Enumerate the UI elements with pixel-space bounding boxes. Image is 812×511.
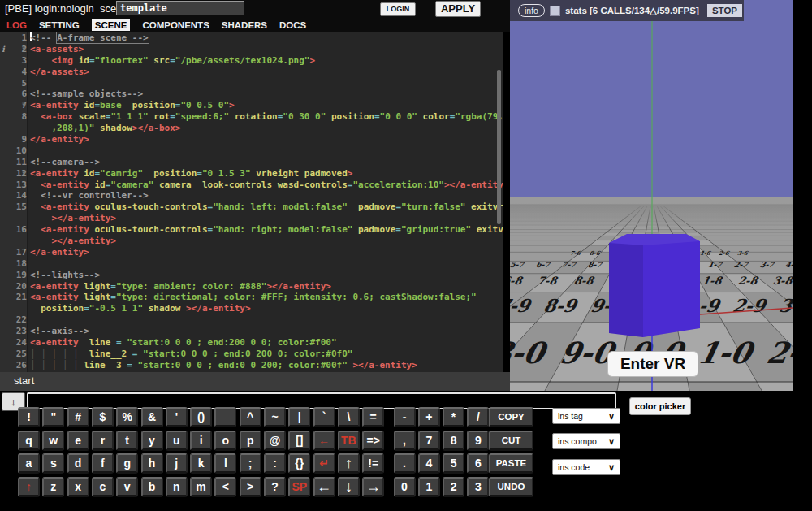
key-1[interactable]: 1 xyxy=(418,477,440,497)
tab-scene[interactable]: SCENE xyxy=(92,19,131,31)
key-h[interactable]: h xyxy=(141,453,163,474)
key--[interactable]: - xyxy=(394,407,416,427)
key-0[interactable]: 0 xyxy=(394,477,416,497)
key-()[interactable]: () xyxy=(190,407,212,427)
key-`[interactable]: ` xyxy=(313,407,335,427)
info-button[interactable]: info xyxy=(518,4,545,17)
key-a[interactable]: a xyxy=(18,453,40,474)
key-%[interactable]: % xyxy=(116,407,138,427)
tab-shaders[interactable]: SHADERS xyxy=(222,20,267,30)
key-v[interactable]: v xyxy=(116,477,138,497)
key-_[interactable]: _ xyxy=(214,407,236,427)
key-"[interactable]: " xyxy=(42,407,64,427)
key-;[interactable]: ; xyxy=(240,453,261,474)
key-#[interactable]: # xyxy=(67,407,89,427)
ins-compo-dropdown[interactable]: ins compo∨ xyxy=(552,433,620,449)
login-button[interactable]: LOGIN xyxy=(380,2,416,16)
key-↵[interactable]: ↵ xyxy=(313,453,335,474)
key-$[interactable]: $ xyxy=(92,407,114,427)
scene-name-input[interactable] xyxy=(116,1,244,15)
editor-scrollbar[interactable] xyxy=(497,70,501,224)
key-.[interactable]: . xyxy=(394,453,416,474)
key-6[interactable]: 6 xyxy=(467,453,489,474)
key-f[interactable]: f xyxy=(92,453,114,474)
key-o[interactable]: o xyxy=(214,431,236,451)
key-n[interactable]: n xyxy=(166,477,188,497)
fold-caret-icon[interactable]: ▼ xyxy=(22,44,26,55)
undo-button[interactable]: UNDO xyxy=(489,477,533,497)
key-&[interactable]: & xyxy=(141,407,163,427)
key-7[interactable]: 7 xyxy=(418,431,440,451)
cut-button[interactable]: CUT xyxy=(489,431,533,451)
key-m[interactable]: m xyxy=(190,477,212,497)
key-d[interactable]: d xyxy=(67,453,89,474)
key-:[interactable]: : xyxy=(264,453,286,474)
key-←[interactable]: ← xyxy=(313,477,335,497)
key-,[interactable]: , xyxy=(394,431,416,451)
key-i[interactable]: i xyxy=(190,431,212,451)
key-/[interactable]: / xyxy=(467,407,489,427)
ins-code-dropdown[interactable]: ins code∨ xyxy=(552,459,620,475)
key-|[interactable]: | xyxy=(288,407,310,427)
enter-vr-button[interactable]: Enter VR xyxy=(607,351,698,377)
key-b[interactable]: b xyxy=(141,477,163,497)
key-[][interactable]: [] xyxy=(288,431,310,451)
key-^[interactable]: ^ xyxy=(240,407,261,427)
fold-caret-icon[interactable]: ▼ xyxy=(22,100,26,111)
key-←[interactable]: ← xyxy=(313,431,335,451)
key-e[interactable]: e xyxy=(67,431,89,451)
key-↑[interactable]: ↑ xyxy=(18,477,40,497)
tab-components[interactable]: COMPONENTS xyxy=(142,20,209,30)
key-u[interactable]: u xyxy=(166,431,188,451)
key-w[interactable]: w xyxy=(42,431,64,451)
key-r[interactable]: r xyxy=(92,431,114,451)
apply-button[interactable]: APPLY xyxy=(435,1,481,17)
key-k[interactable]: k xyxy=(190,453,212,474)
key-3[interactable]: 3 xyxy=(467,477,489,497)
key-SP[interactable]: SP xyxy=(288,477,310,497)
key-z[interactable]: z xyxy=(42,477,64,497)
code-editor[interactable]: 1<!-- A-frame scene -->2▼i<a-assets>3 <i… xyxy=(0,32,503,372)
key-s[interactable]: s xyxy=(42,453,64,474)
ins-tag-dropdown[interactable]: ins tag∨ xyxy=(552,408,620,424)
key-4[interactable]: 4 xyxy=(418,453,440,474)
key-@[interactable]: @ xyxy=(264,431,286,451)
key-c[interactable]: c xyxy=(92,477,114,497)
key-l[interactable]: l xyxy=(214,453,236,474)
key->[interactable]: > xyxy=(240,477,261,497)
key-t[interactable]: t xyxy=(116,431,138,451)
key-y[interactable]: y xyxy=(141,431,163,451)
key-2[interactable]: 2 xyxy=(443,477,464,497)
key-?[interactable]: ? xyxy=(264,477,286,497)
copy-button[interactable]: COPY xyxy=(489,407,533,427)
tab-docs[interactable]: DOCS xyxy=(279,20,306,30)
tab-setting[interactable]: SETTING xyxy=(39,20,80,30)
key-j[interactable]: j xyxy=(166,453,188,474)
key-↑[interactable]: ↑ xyxy=(338,453,360,474)
key-*[interactable]: * xyxy=(443,407,464,427)
key-![interactable]: ! xyxy=(18,407,40,427)
key-=[interactable]: = xyxy=(362,407,384,427)
paste-button[interactable]: PASTE xyxy=(489,453,533,474)
key-9[interactable]: 9 xyxy=(467,431,489,451)
key-→[interactable]: → xyxy=(362,477,384,497)
key-TB[interactable]: TB xyxy=(338,431,360,451)
key-↓[interactable]: ↓ xyxy=(338,477,360,497)
key-{}[interactable]: {} xyxy=(288,453,310,474)
key-q[interactable]: q xyxy=(18,431,40,451)
fold-caret-icon[interactable]: ▼ xyxy=(22,168,26,180)
key-x[interactable]: x xyxy=(67,477,89,497)
key-p[interactable]: p xyxy=(240,431,261,451)
key-<[interactable]: < xyxy=(214,477,236,497)
key-~[interactable]: ~ xyxy=(264,407,286,427)
stop-button[interactable]: STOP xyxy=(707,4,742,17)
key-\[interactable]: \ xyxy=(338,407,360,427)
key-'[interactable]: ' xyxy=(166,407,188,427)
key-!=[interactable]: != xyxy=(362,453,384,474)
key-=>[interactable]: => xyxy=(362,431,384,451)
stats-checkbox[interactable] xyxy=(550,6,560,16)
tab-log[interactable]: LOG xyxy=(6,20,27,30)
fold-caret-icon[interactable]: ▼ xyxy=(22,337,26,349)
scene-viewport[interactable]: 8-09-00-01-02-07-98-99-90-91-92-93-96-87… xyxy=(510,0,793,392)
key-5[interactable]: 5 xyxy=(443,453,464,474)
